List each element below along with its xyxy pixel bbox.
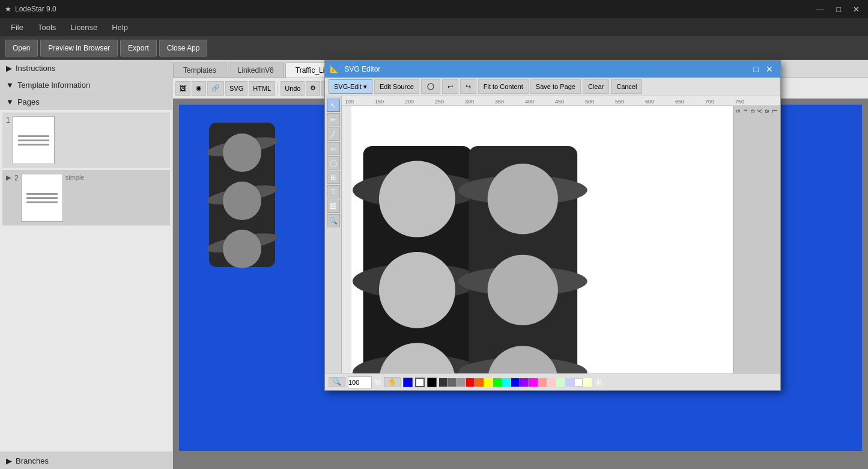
pages-section: ▼ Pages 1 ▶: [0, 94, 172, 452]
svg-point-4: [223, 133, 261, 172]
template-info-label: Template Information: [17, 81, 90, 90]
color-lightgray[interactable]: [457, 378, 466, 387]
menu-license[interactable]: License: [64, 20, 103, 34]
app-title: LodeStar 9.0: [15, 5, 56, 13]
tab-templates[interactable]: Templates: [173, 63, 226, 78]
svg-edit-btn[interactable]: SVG-Edit ▾: [329, 79, 372, 94]
svg-text:350: 350: [495, 99, 504, 105]
ed-undo-btn[interactable]: Undo: [281, 81, 305, 96]
preview-button[interactable]: Preview in Browser: [40, 40, 118, 57]
color-lightblue[interactable]: [565, 378, 574, 387]
svg-redo-btn[interactable]: ↪: [460, 79, 476, 94]
svg-main-area: Layers: [342, 106, 780, 373]
titlebar-left: ★ LodeStar 9.0: [5, 5, 56, 13]
ed-html-btn[interactable]: HTML: [249, 81, 275, 96]
svg-modal-maximize[interactable]: □: [751, 64, 761, 74]
color-red[interactable]: [466, 378, 475, 387]
menu-help[interactable]: Help: [106, 20, 134, 34]
menu-file[interactable]: File: [5, 20, 29, 34]
toolbar-divider: [278, 82, 278, 94]
page-thumb-2: [21, 174, 63, 222]
ed-highlight-btn[interactable]: ◉: [192, 81, 206, 96]
svg-tool-pencil[interactable]: ✏: [327, 113, 340, 126]
traffic-light-small: [191, 117, 311, 285]
ruler-h-svg: 100 150 200 250 300 350 400 450 500 550 …: [342, 96, 780, 106]
svg-clear-btn[interactable]: Clear: [583, 79, 609, 94]
svg-tool-rect[interactable]: ▭: [327, 142, 340, 155]
current-color-swatch[interactable]: [427, 378, 437, 387]
instructions-header[interactable]: ▶ Instructions: [0, 60, 172, 76]
svg-ruler-horizontal: 100 150 200 250 300 350 400 450 500 550 …: [342, 96, 780, 106]
template-info-header[interactable]: ▼ Template Information: [0, 77, 172, 93]
svg-edit-source-btn[interactable]: Edit Source: [374, 79, 419, 94]
svg-undo-btn[interactable]: ↩: [442, 79, 458, 94]
close-app-button[interactable]: Close App: [159, 40, 208, 57]
svg-cancel-btn[interactable]: Cancel: [611, 79, 642, 94]
export-button[interactable]: Export: [120, 40, 157, 57]
svg-tool-zoom[interactable]: 🔍: [327, 214, 340, 227]
color-pink[interactable]: [538, 378, 547, 387]
menu-tools[interactable]: Tools: [32, 20, 62, 34]
svg-save-page-btn[interactable]: Save to Page: [530, 79, 581, 94]
color-indicator[interactable]: ✳: [594, 376, 603, 389]
page-item-2[interactable]: ▶ 2 simple: [2, 170, 170, 225]
traffic-light-right: [458, 146, 587, 373]
color-orange[interactable]: [475, 378, 484, 387]
thumb-line: [26, 193, 58, 195]
page-expand-2[interactable]: ▶: [6, 174, 11, 182]
svg-tool-ellipse[interactable]: ◯: [327, 156, 340, 170]
color-dark[interactable]: [439, 378, 448, 387]
ed-image-btn[interactable]: 🖼: [175, 81, 190, 96]
maximize-button[interactable]: □: [833, 5, 845, 14]
svg-tool-image[interactable]: 🖼: [327, 200, 340, 213]
color-blue[interactable]: [511, 378, 520, 387]
svg-zoom-in-btn[interactable]: 🔍: [329, 377, 345, 387]
svg-text:700: 700: [705, 99, 714, 105]
svg-circle-btn[interactable]: [421, 79, 440, 94]
color-green[interactable]: [493, 378, 502, 387]
svg-hand-btn[interactable]: ✋: [384, 377, 401, 387]
color-lightpink[interactable]: [547, 378, 556, 387]
ed-svg-btn[interactable]: SVG: [225, 81, 247, 96]
color-gray[interactable]: [448, 378, 457, 387]
svg-text:400: 400: [525, 99, 534, 105]
svg-point-47: [488, 164, 558, 234]
color-magenta[interactable]: [529, 378, 538, 387]
color-white[interactable]: [574, 378, 583, 387]
color-lightyellow[interactable]: [583, 378, 592, 387]
svg-content: ↖ ✏ ╱ ▭ ◯ ⊞ T 🖼 🔍 100 150 200 250 300 35: [325, 96, 780, 373]
svg-text:450: 450: [555, 99, 564, 105]
fill-color-swatch[interactable]: [403, 378, 413, 387]
page-item-1[interactable]: 1: [2, 112, 170, 168]
svg-text:650: 650: [675, 99, 684, 105]
close-button[interactable]: ✕: [849, 5, 863, 14]
svg-tool-text[interactable]: T: [327, 185, 340, 198]
branches-header[interactable]: ▶ Branches: [0, 452, 172, 469]
minimize-button[interactable]: —: [813, 5, 828, 14]
instructions-label: Instructions: [16, 64, 55, 73]
open-button[interactable]: Open: [5, 40, 38, 57]
svg-tool-pen[interactable]: ╱: [327, 127, 340, 141]
tab-linkedinv6[interactable]: LinkedInV6: [228, 63, 284, 78]
svg-fit-btn[interactable]: Fit to Content: [478, 79, 529, 94]
svg-modal-close[interactable]: ✕: [763, 64, 775, 74]
layers-tab[interactable]: Layers: [733, 106, 780, 373]
menubar: File Tools License Help: [0, 18, 868, 36]
svg-drawing-canvas[interactable]: [351, 106, 733, 373]
svg-zoom-input[interactable]: [348, 376, 372, 388]
color-yellow[interactable]: [484, 378, 493, 387]
svg-tool-transform[interactable]: ⊞: [327, 171, 340, 184]
svg-canvas[interactable]: [351, 106, 733, 373]
toolbar: Open Preview in Browser Export Close App: [0, 36, 868, 60]
branches-label: Branches: [16, 456, 49, 465]
thumb-line: [18, 139, 49, 141]
svg-toolbar: SVG-Edit ▾ Edit Source ↩ ↪ Fit to Conten…: [325, 78, 780, 96]
pages-header[interactable]: ▼ Pages: [0, 94, 172, 110]
ed-settings-btn[interactable]: ⚙: [306, 81, 320, 96]
stroke-color-swatch[interactable]: [415, 378, 425, 387]
color-purple[interactable]: [520, 378, 529, 387]
ed-link-btn[interactable]: 🔗: [207, 81, 224, 96]
color-lightgreen[interactable]: [556, 378, 565, 387]
svg-tool-cursor[interactable]: ↖: [327, 99, 340, 112]
color-cyan[interactable]: [502, 378, 511, 387]
